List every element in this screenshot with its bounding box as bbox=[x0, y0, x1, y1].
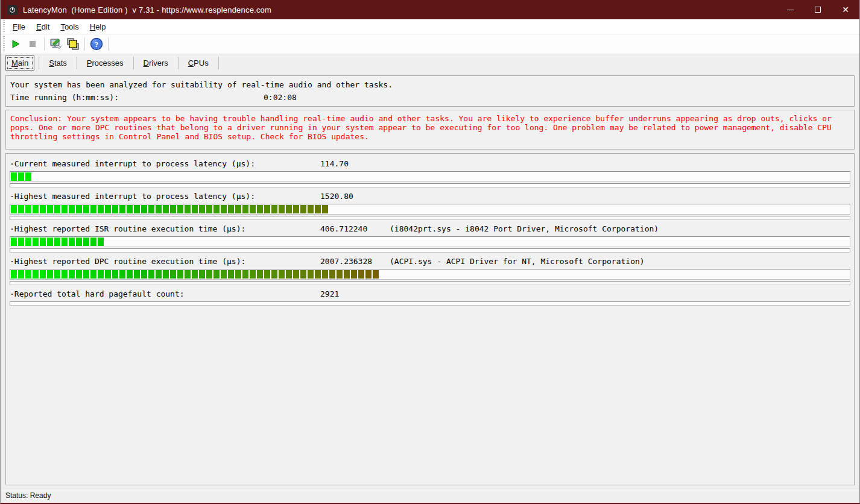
tab-separator bbox=[178, 57, 179, 69]
measurement-row: ·Reported total hard pagefault count:292… bbox=[10, 288, 850, 306]
latency-bar-segment bbox=[47, 205, 53, 213]
latency-bar-segment bbox=[221, 205, 227, 213]
latency-bar-segment bbox=[83, 238, 89, 246]
latency-bar-segment bbox=[170, 205, 176, 213]
time-running-value: 0:02:08 bbox=[264, 91, 297, 104]
latency-bar-segment bbox=[286, 205, 292, 213]
latency-bar-segment bbox=[90, 270, 96, 279]
minimize-icon bbox=[787, 10, 794, 10]
latency-bar-segment bbox=[250, 205, 256, 213]
latency-bar-segment bbox=[213, 205, 220, 213]
latency-bar-segment bbox=[358, 270, 364, 279]
stop-monitor-button[interactable] bbox=[24, 36, 41, 52]
latency-bar-segment bbox=[76, 205, 82, 213]
measurement-row: ·Highest measured interrupt to process l… bbox=[10, 191, 850, 220]
close-icon: ✕ bbox=[842, 5, 849, 14]
tab-separator bbox=[133, 57, 134, 69]
latency-bar-segment bbox=[11, 205, 17, 213]
latency-bar-segment bbox=[83, 270, 89, 279]
latency-bar-segment bbox=[69, 238, 75, 246]
tab-processes[interactable]: Processes bbox=[81, 55, 129, 71]
options-button[interactable] bbox=[48, 36, 65, 52]
help-button[interactable]: ? bbox=[88, 36, 105, 52]
latency-bar-segment bbox=[25, 205, 31, 213]
latency-bar-segment bbox=[18, 172, 24, 181]
latency-bar-segment bbox=[344, 270, 350, 279]
latency-bar-segment bbox=[127, 270, 133, 279]
latency-bar-segment bbox=[192, 205, 198, 213]
start-monitor-button[interactable] bbox=[7, 36, 24, 52]
svg-text:?: ? bbox=[95, 40, 99, 49]
latency-bar-segment bbox=[25, 172, 31, 181]
maximize-icon bbox=[815, 7, 821, 13]
latency-bar-segment bbox=[373, 270, 379, 279]
latency-bar-segment bbox=[47, 238, 53, 246]
latency-bar-segment bbox=[11, 172, 17, 181]
measurement-label: ·Reported total hard pagefault count: bbox=[10, 289, 320, 300]
latency-bar-segment bbox=[156, 270, 162, 279]
tab-stats[interactable]: Stats bbox=[43, 55, 72, 71]
measurement-value: 114.70 bbox=[320, 159, 390, 170]
latency-bar-segment bbox=[119, 205, 125, 213]
latency-bar-segment bbox=[257, 270, 263, 279]
tab-separator bbox=[39, 57, 39, 69]
conclusion-panel: Conclusion: Your system appears to be ha… bbox=[5, 110, 855, 150]
minimize-button[interactable] bbox=[776, 0, 804, 19]
latency-bar-segment bbox=[69, 205, 75, 213]
latency-bar-segment bbox=[242, 205, 248, 213]
menu-edit[interactable]: Edit bbox=[31, 20, 55, 33]
latency-bar-segment bbox=[250, 270, 256, 279]
latency-bar-segment bbox=[351, 270, 357, 279]
latency-bar-segment bbox=[18, 205, 24, 213]
menu-help[interactable]: Help bbox=[84, 20, 112, 33]
tab-drivers[interactable]: Drivers bbox=[138, 55, 174, 71]
menu-bar-items: FileEditToolsHelp bbox=[7, 20, 111, 33]
status-text: Status: Ready bbox=[5, 491, 51, 500]
measurement-value: 2007.236328 bbox=[320, 257, 390, 268]
latency-bar-segment bbox=[76, 270, 82, 279]
secondary-bar bbox=[10, 301, 850, 306]
latency-bar-segment bbox=[293, 270, 299, 279]
app-icon bbox=[7, 5, 17, 15]
latency-bar bbox=[10, 204, 850, 215]
latency-bar-segment bbox=[33, 205, 39, 213]
latency-bar-segment bbox=[293, 205, 299, 213]
conclusion-text: Conclusion: Your system appears to be ha… bbox=[10, 114, 850, 141]
latency-bar-segment bbox=[199, 205, 205, 213]
latency-bar-segment bbox=[62, 205, 68, 213]
latency-bar-segment bbox=[40, 205, 46, 213]
latency-bar-segment bbox=[228, 270, 234, 279]
latency-bar-segment bbox=[47, 270, 53, 279]
latency-bar-segment bbox=[25, 238, 31, 246]
stop-icon bbox=[28, 39, 37, 49]
latency-bar-segment bbox=[206, 270, 212, 279]
latency-bar-segment bbox=[11, 238, 17, 246]
latency-bar-segment bbox=[315, 205, 321, 213]
latency-bar-segment bbox=[213, 270, 220, 279]
latency-bar-segment bbox=[163, 205, 169, 213]
play-icon bbox=[11, 39, 21, 49]
latency-bar-segment bbox=[69, 270, 75, 279]
latency-bar-segment bbox=[112, 270, 118, 279]
menu-tools[interactable]: Tools bbox=[55, 20, 84, 33]
toolbar: ? bbox=[1, 34, 859, 54]
report-button[interactable] bbox=[65, 36, 81, 52]
latency-bar-segment bbox=[177, 205, 183, 213]
close-button[interactable]: ✕ bbox=[832, 0, 859, 19]
tab-main[interactable]: Main bbox=[5, 55, 34, 71]
measurement-row: ·Current measured interrupt to process l… bbox=[10, 158, 850, 187]
menu-file[interactable]: File bbox=[7, 20, 31, 33]
measurement-driver-info: (ACPI.sys - ACPI Driver for NT, Microsof… bbox=[390, 257, 645, 268]
maximize-button[interactable] bbox=[804, 0, 832, 19]
latency-bar-segment bbox=[228, 205, 234, 213]
time-running-label: Time running (h:mm:ss): bbox=[10, 91, 264, 104]
measurement-label: ·Highest reported DPC routine execution … bbox=[10, 257, 320, 268]
window-title: LatencyMon (Home Edition ) v 7.31 - http… bbox=[23, 5, 271, 14]
latency-bar-segment bbox=[192, 270, 198, 279]
latency-bar-segment bbox=[242, 270, 248, 279]
latency-bar-segment bbox=[105, 205, 111, 213]
tab-bar: MainStatsProcessesDriversCPUs bbox=[1, 54, 859, 72]
tab-cpus[interactable]: CPUs bbox=[183, 55, 214, 71]
latency-bar-segment bbox=[365, 270, 372, 279]
latency-bar-segment bbox=[235, 270, 241, 279]
